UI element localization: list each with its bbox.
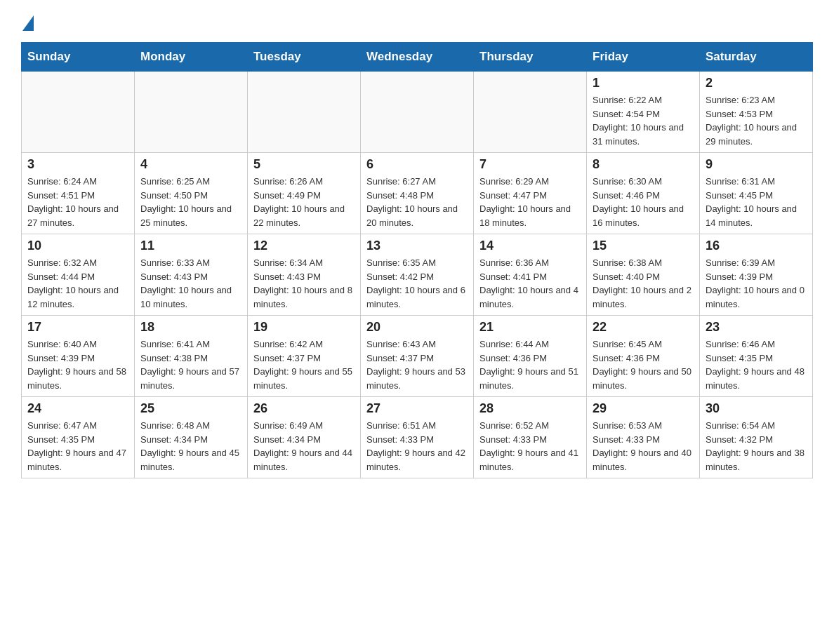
day-number: 12 <box>253 239 355 253</box>
day-number: 1 <box>593 76 694 90</box>
calendar-cell <box>474 72 587 153</box>
calendar-cell: 20Sunrise: 6:43 AM Sunset: 4:37 PM Dayli… <box>361 316 474 397</box>
day-number: 28 <box>479 401 581 416</box>
day-number: 21 <box>479 320 581 335</box>
day-info: Sunrise: 6:48 AM Sunset: 4:34 PM Dayligh… <box>140 419 241 474</box>
day-info: Sunrise: 6:36 AM Sunset: 4:41 PM Dayligh… <box>479 256 581 311</box>
day-info: Sunrise: 6:54 AM Sunset: 4:32 PM Dayligh… <box>706 419 807 474</box>
day-info: Sunrise: 6:44 AM Sunset: 4:36 PM Dayligh… <box>479 337 581 392</box>
calendar-cell: 6Sunrise: 6:27 AM Sunset: 4:48 PM Daylig… <box>361 153 474 234</box>
calendar-cell: 3Sunrise: 6:24 AM Sunset: 4:51 PM Daylig… <box>22 153 135 234</box>
week-row-4: 17Sunrise: 6:40 AM Sunset: 4:39 PM Dayli… <box>22 316 813 397</box>
day-number: 8 <box>593 157 694 172</box>
day-info: Sunrise: 6:26 AM Sunset: 4:49 PM Dayligh… <box>253 175 355 229</box>
calendar-cell: 26Sunrise: 6:49 AM Sunset: 4:34 PM Dayli… <box>248 397 361 478</box>
day-number: 11 <box>140 239 241 253</box>
day-of-week-saturday: Saturday <box>700 43 813 72</box>
day-info: Sunrise: 6:40 AM Sunset: 4:39 PM Dayligh… <box>27 337 128 392</box>
calendar-cell: 17Sunrise: 6:40 AM Sunset: 4:39 PM Dayli… <box>22 316 135 397</box>
calendar-cell: 2Sunrise: 6:23 AM Sunset: 4:53 PM Daylig… <box>700 72 813 153</box>
week-row-1: 1Sunrise: 6:22 AM Sunset: 4:54 PM Daylig… <box>22 72 813 153</box>
day-info: Sunrise: 6:39 AM Sunset: 4:39 PM Dayligh… <box>706 256 807 311</box>
calendar-table: SundayMondayTuesdayWednesdayThursdayFrid… <box>21 42 813 478</box>
calendar-cell <box>135 72 248 153</box>
day-number: 3 <box>27 157 128 172</box>
day-info: Sunrise: 6:49 AM Sunset: 4:34 PM Dayligh… <box>253 419 355 474</box>
logo-triangle-icon <box>22 15 34 31</box>
day-number: 30 <box>706 401 807 416</box>
day-of-week-wednesday: Wednesday <box>361 43 474 72</box>
calendar-cell: 10Sunrise: 6:32 AM Sunset: 4:44 PM Dayli… <box>22 234 135 316</box>
day-number: 25 <box>140 401 241 416</box>
day-number: 6 <box>366 157 468 172</box>
day-number: 5 <box>253 157 355 172</box>
day-number: 27 <box>366 401 468 416</box>
calendar-cell: 14Sunrise: 6:36 AM Sunset: 4:41 PM Dayli… <box>474 234 587 316</box>
day-info: Sunrise: 6:42 AM Sunset: 4:37 PM Dayligh… <box>253 337 355 392</box>
calendar-cell: 16Sunrise: 6:39 AM Sunset: 4:39 PM Dayli… <box>700 234 813 316</box>
day-info: Sunrise: 6:35 AM Sunset: 4:42 PM Dayligh… <box>366 256 468 311</box>
day-info: Sunrise: 6:33 AM Sunset: 4:43 PM Dayligh… <box>140 256 241 311</box>
calendar-cell: 9Sunrise: 6:31 AM Sunset: 4:45 PM Daylig… <box>700 153 813 234</box>
day-of-week-monday: Monday <box>135 43 248 72</box>
calendar-cell: 7Sunrise: 6:29 AM Sunset: 4:47 PM Daylig… <box>474 153 587 234</box>
day-number: 26 <box>253 401 355 416</box>
week-row-3: 10Sunrise: 6:32 AM Sunset: 4:44 PM Dayli… <box>22 234 813 316</box>
calendar-cell: 4Sunrise: 6:25 AM Sunset: 4:50 PM Daylig… <box>135 153 248 234</box>
day-number: 14 <box>479 239 581 253</box>
calendar-cell: 23Sunrise: 6:46 AM Sunset: 4:35 PM Dayli… <box>700 316 813 397</box>
day-info: Sunrise: 6:27 AM Sunset: 4:48 PM Dayligh… <box>366 175 468 229</box>
calendar-cell: 8Sunrise: 6:30 AM Sunset: 4:46 PM Daylig… <box>587 153 700 234</box>
day-number: 19 <box>253 320 355 335</box>
day-info: Sunrise: 6:53 AM Sunset: 4:33 PM Dayligh… <box>593 419 694 474</box>
calendar-cell: 30Sunrise: 6:54 AM Sunset: 4:32 PM Dayli… <box>700 397 813 478</box>
day-number: 9 <box>706 157 807 172</box>
day-info: Sunrise: 6:38 AM Sunset: 4:40 PM Dayligh… <box>593 256 694 311</box>
calendar-cell <box>361 72 474 153</box>
day-info: Sunrise: 6:34 AM Sunset: 4:43 PM Dayligh… <box>253 256 355 311</box>
day-info: Sunrise: 6:24 AM Sunset: 4:51 PM Dayligh… <box>27 175 128 229</box>
day-info: Sunrise: 6:32 AM Sunset: 4:44 PM Dayligh… <box>27 256 128 311</box>
day-number: 24 <box>27 401 128 416</box>
calendar-cell: 29Sunrise: 6:53 AM Sunset: 4:33 PM Dayli… <box>587 397 700 478</box>
calendar-cell <box>22 72 135 153</box>
day-info: Sunrise: 6:23 AM Sunset: 4:53 PM Dayligh… <box>706 93 807 148</box>
day-number: 13 <box>366 239 468 253</box>
day-number: 17 <box>27 320 128 335</box>
day-number: 18 <box>140 320 241 335</box>
calendar-cell: 28Sunrise: 6:52 AM Sunset: 4:33 PM Dayli… <box>474 397 587 478</box>
calendar-cell: 13Sunrise: 6:35 AM Sunset: 4:42 PM Dayli… <box>361 234 474 316</box>
calendar-cell: 27Sunrise: 6:51 AM Sunset: 4:33 PM Dayli… <box>361 397 474 478</box>
day-of-week-friday: Friday <box>587 43 700 72</box>
day-info: Sunrise: 6:22 AM Sunset: 4:54 PM Dayligh… <box>593 93 694 148</box>
logo <box>21 14 34 28</box>
day-info: Sunrise: 6:52 AM Sunset: 4:33 PM Dayligh… <box>479 419 581 474</box>
day-number: 10 <box>27 239 128 253</box>
calendar-cell <box>248 72 361 153</box>
calendar-cell: 22Sunrise: 6:45 AM Sunset: 4:36 PM Dayli… <box>587 316 700 397</box>
calendar-cell: 21Sunrise: 6:44 AM Sunset: 4:36 PM Dayli… <box>474 316 587 397</box>
day-info: Sunrise: 6:30 AM Sunset: 4:46 PM Dayligh… <box>593 175 694 229</box>
day-number: 29 <box>593 401 694 416</box>
day-info: Sunrise: 6:31 AM Sunset: 4:45 PM Dayligh… <box>706 175 807 229</box>
day-number: 22 <box>593 320 694 335</box>
day-number: 2 <box>706 76 807 90</box>
day-info: Sunrise: 6:51 AM Sunset: 4:33 PM Dayligh… <box>366 419 468 474</box>
week-row-5: 24Sunrise: 6:47 AM Sunset: 4:35 PM Dayli… <box>22 397 813 478</box>
day-info: Sunrise: 6:29 AM Sunset: 4:47 PM Dayligh… <box>479 175 581 229</box>
day-info: Sunrise: 6:47 AM Sunset: 4:35 PM Dayligh… <box>27 419 128 474</box>
day-info: Sunrise: 6:45 AM Sunset: 4:36 PM Dayligh… <box>593 337 694 392</box>
day-number: 20 <box>366 320 468 335</box>
calendar-cell: 11Sunrise: 6:33 AM Sunset: 4:43 PM Dayli… <box>135 234 248 316</box>
calendar-cell: 24Sunrise: 6:47 AM Sunset: 4:35 PM Dayli… <box>22 397 135 478</box>
day-info: Sunrise: 6:46 AM Sunset: 4:35 PM Dayligh… <box>706 337 807 392</box>
day-of-week-sunday: Sunday <box>22 43 135 72</box>
days-of-week-row: SundayMondayTuesdayWednesdayThursdayFrid… <box>22 43 813 72</box>
day-info: Sunrise: 6:43 AM Sunset: 4:37 PM Dayligh… <box>366 337 468 392</box>
day-number: 15 <box>593 239 694 253</box>
day-number: 23 <box>706 320 807 335</box>
calendar-cell: 1Sunrise: 6:22 AM Sunset: 4:54 PM Daylig… <box>587 72 700 153</box>
calendar-cell: 12Sunrise: 6:34 AM Sunset: 4:43 PM Dayli… <box>248 234 361 316</box>
calendar-cell: 5Sunrise: 6:26 AM Sunset: 4:49 PM Daylig… <box>248 153 361 234</box>
day-info: Sunrise: 6:41 AM Sunset: 4:38 PM Dayligh… <box>140 337 241 392</box>
